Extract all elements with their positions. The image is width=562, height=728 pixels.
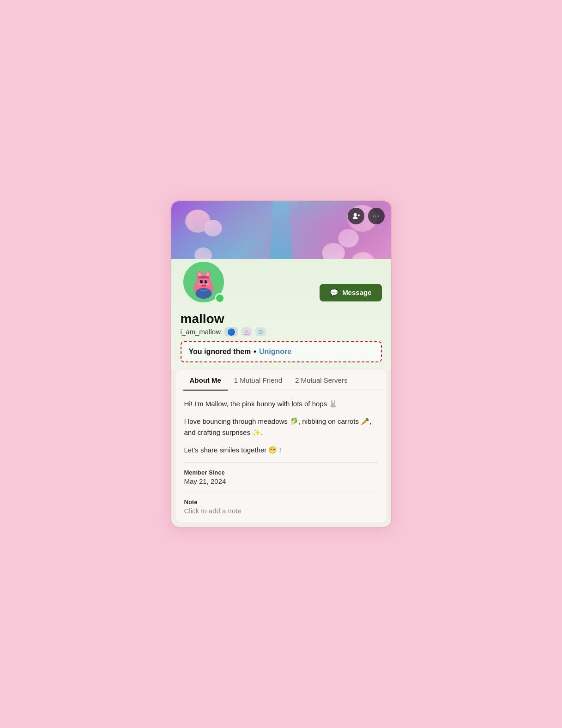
bio-line-1: Hi! I'm Mallow, the pink bunny with lots… (184, 398, 378, 409)
note-section: Note Click to add a note (184, 499, 378, 515)
member-since-section: Member Since May 21, 2024 (184, 469, 378, 485)
about-me-content: Hi! I'm Mallow, the pink bunny with lots… (176, 390, 387, 515)
svg-point-14 (206, 280, 207, 281)
avatar-row: 💬 Message (181, 259, 382, 309)
section-divider-2 (184, 492, 378, 492)
tab-mutual-friends[interactable]: 1 Mutual Friend (228, 370, 289, 391)
member-since-label: Member Since (184, 469, 378, 476)
svg-point-13 (201, 280, 202, 281)
svg-point-12 (204, 280, 207, 283)
online-status-indicator (215, 293, 225, 303)
tab-about-me[interactable]: About Me (183, 370, 228, 391)
svg-point-0 (353, 213, 357, 216)
user-handle: i_am_mallow (181, 328, 221, 336)
ignored-notice-banner: You ignored them • Unignore (181, 341, 382, 362)
friend-request-button[interactable] (348, 208, 364, 224)
bio-line-3: Let's share smiles together 😁 ! (184, 445, 378, 456)
more-options-button[interactable]: ··· (368, 208, 385, 224)
svg-rect-10 (198, 276, 209, 278)
badge-discord: 🔵 (224, 327, 238, 337)
profile-tabs: About Me 1 Mutual Friend 2 Mutual Server… (176, 370, 387, 391)
bio-line-2: I love bouncing through meadows 🥬, nibbl… (184, 416, 378, 438)
tab-mutual-servers[interactable]: 2 Mutual Servers (289, 370, 354, 391)
handle-row: i_am_mallow 🔵 △ ⊙ (181, 327, 382, 337)
svg-point-17 (202, 285, 205, 287)
note-label: Note (184, 499, 378, 505)
message-button-label: Message (342, 289, 371, 296)
badge-link: ⊙ (255, 327, 266, 336)
badge-icon-nitro: 🔵 (227, 328, 235, 336)
svg-point-16 (205, 283, 209, 285)
more-dots-icon: ··· (372, 211, 380, 221)
top-action-buttons: ··· (348, 208, 385, 224)
avatar-wrapper (181, 259, 227, 305)
badge-icon-triangle: △ (244, 328, 249, 335)
ignored-text: You ignored them (189, 348, 251, 356)
svg-point-18 (195, 288, 212, 298)
username-display: mallow (181, 312, 382, 326)
profile-section: 💬 Message mallow i_am_mallow 🔵 △ ⊙ You i… (171, 259, 391, 370)
unignore-button[interactable]: Unignore (259, 348, 291, 356)
svg-point-11 (200, 280, 203, 283)
badge-boost: △ (242, 327, 252, 336)
friend-icon (352, 212, 360, 220)
member-since-value: May 21, 2024 (184, 477, 378, 485)
message-icon: 💬 (330, 289, 338, 297)
badge-icon-link: ⊙ (258, 328, 263, 335)
note-input[interactable]: Click to add a note (184, 507, 378, 515)
profile-card: ··· (170, 200, 392, 528)
svg-point-15 (198, 283, 202, 285)
separator: • (254, 348, 256, 356)
profile-content-area: About Me 1 Mutual Friend 2 Mutual Server… (176, 370, 387, 523)
section-divider (184, 462, 378, 463)
message-button[interactable]: 💬 Message (320, 284, 381, 301)
